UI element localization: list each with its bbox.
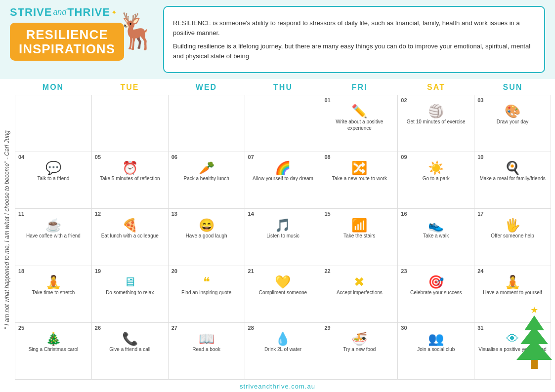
christmas-decoration: ★ [516,305,552,369]
calendar-cell-22: 22✖Accept imperfections [321,266,398,323]
cell-icon: ⏰ [122,161,138,174]
cell-number: 12 [95,211,101,217]
calendar-cell-09: 09☀️Go to a park [398,152,474,209]
star-icon: ★ [530,305,538,315]
cell-label: Celebrate your success [410,289,462,296]
cell-number: 31 [477,325,483,331]
cell-number: 08 [324,154,330,160]
cell-label: Take a new route to work [332,175,387,182]
cell-number: 11 [18,211,24,217]
cell-number: 28 [248,325,254,331]
calendar-cell-20: 20❝Find an inspiring quote [169,266,245,323]
calendar-cell-19: 19🖥Do something to relax [92,266,169,323]
cell-number: 17 [477,211,483,217]
calendar-cell-03: 03🎨Draw your day [474,95,551,152]
cell-icon: ❝ [203,275,210,288]
cell-label: Join a social club [417,346,455,353]
calendar-cell-28: 28💧Drink 2L of water [245,323,322,380]
tree-bot [516,339,552,360]
cell-label: Eat lunch with a colleague [101,233,159,239]
calendar-cell-18: 18🧘Take time to stretch [15,266,92,323]
cell-icon: 🧘 [505,275,520,288]
title-box: RESILIENCEINSPIRATIONS [10,23,124,61]
calendar-grid: 01✏️Write about a positive experience02🏐… [15,95,551,380]
cell-number: 07 [248,154,254,160]
cell-label: Accept imperfections [337,289,383,296]
cell-label: Compliment someone [259,289,307,296]
cell-icon: 🎯 [428,275,444,288]
logo-and: and [53,8,66,17]
cell-label: Listen to music [266,233,299,239]
day-fri: FRI [321,81,398,94]
cell-number: 04 [18,154,24,160]
calendar-cell-06: 06🥕Pack a healthy lunch [169,152,245,209]
cell-label: Have a moment to yourself [483,289,542,296]
calendar-cell-13: 13😄Have a good laugh [169,209,245,266]
calendar-cell-12: 12🍕Eat lunch with a colleague [92,209,169,266]
cell-number: 26 [95,325,101,331]
cell-icon: 🏐 [428,105,444,118]
calendar-cell-16: 16👟Take a walk [398,209,474,266]
cell-number: 18 [18,268,24,274]
header-left: STRIVE and THRIVE ✦ RESILIENCEINSPIRATIO… [10,6,153,73]
calendar-cell-08: 08🔀Take a new route to work [321,152,398,209]
cell-icon: 🔀 [351,161,367,174]
cell-icon: 🍕 [122,219,138,232]
cell-icon: 📞 [122,332,138,345]
cell-number: 23 [401,268,407,274]
cell-icon: 📖 [199,332,214,345]
cell-icon: ✖ [354,275,365,288]
calendar-wrapper: " I am not what happened to me, I am wha… [0,79,555,381]
cell-icon: 🥕 [199,161,214,174]
cell-number: 19 [95,268,101,274]
calendar-cell-02: 02🏐Get 10 minutes of exercise [398,95,474,152]
calendar-cell-07: 07🌈Allow yourself to day dream [245,152,322,209]
cell-number: 24 [477,268,483,274]
cell-label: Take the stairs [343,233,375,239]
logo: STRIVE and THRIVE ✦ [10,6,117,19]
cell-label: Write about a positive experience [324,118,394,131]
cell-icon: 😄 [199,219,214,232]
cell-label: Take a walk [423,233,449,239]
cell-number: 06 [171,154,177,160]
calendar-cell-empty-3 [245,95,322,152]
cell-icon: 🖥 [124,275,136,288]
cell-label: Take 5 minutes of reflection [100,175,160,182]
cell-number: 21 [248,268,254,274]
cell-label: Go to a park [423,175,450,182]
description-1: RESILIENCE is someone's ability to respo… [173,18,535,38]
tree-trunk [531,360,538,369]
cell-icon: 🧘 [45,275,61,288]
side-quote: " I am not what happened to me, I am wha… [0,79,14,381]
calendar-cell-empty-0 [15,95,92,152]
deer-icon: 🦌 [115,11,158,51]
day-sun: SUN [474,81,551,94]
cell-icon: 💛 [275,275,291,288]
cell-label: Make a meal for family/friends [479,175,545,182]
header: STRIVE and THRIVE ✦ RESILIENCEINSPIRATIO… [0,0,555,79]
cell-number: 20 [171,268,177,274]
cell-icon: ☀️ [428,161,444,174]
cell-icon: ☕ [45,219,61,232]
day-headers: MON TUE WED THU FRI SAT SUN [15,81,551,94]
cell-number: 13 [171,211,177,217]
calendar-cell-21: 21💛Compliment someone [245,266,322,323]
cell-number: 01 [324,97,330,104]
cell-label: Pack a healthy lunch [183,175,229,182]
calendar-cell-17: 17🖐Offer someone help [474,209,551,266]
calendar-cell-15: 15📶Take the stairs [321,209,398,266]
logo-thrive: THRIVE [67,6,110,19]
cell-number: 22 [324,268,330,274]
day-sat: SAT [398,81,474,94]
cell-icon: 🍜 [351,332,367,345]
cell-label: Find an inspiring quote [181,289,231,296]
cell-label: Do something to relax [106,289,154,296]
calendar-cell-11: 11☕Have coffee with a friend [15,209,92,266]
cell-icon: 🎵 [275,219,291,232]
cell-icon: 💧 [275,332,291,345]
calendar-cell-27: 27📖Read a book [169,323,245,380]
cell-icon: 🎨 [505,105,520,118]
calendar-cell-04: 04💬Talk to a friend [15,152,92,209]
cell-number: 03 [477,97,483,104]
calendar-cell-25: 25🎄Sing a Christmas carol [15,323,92,380]
